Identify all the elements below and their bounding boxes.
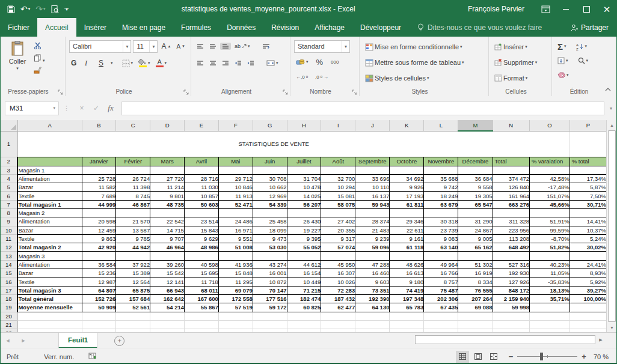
cell[interactable]: 8 334 xyxy=(458,278,493,286)
column-header-A[interactable]: A xyxy=(17,120,82,131)
column-header-L[interactable]: L xyxy=(424,120,458,131)
empty-cell[interactable] xyxy=(390,312,424,320)
cell[interactable]: 648 492 xyxy=(493,243,529,252)
borders-button[interactable]: ▾ xyxy=(120,59,135,68)
cell[interactable] xyxy=(287,252,321,260)
cell[interactable]: 9 801 xyxy=(150,192,185,200)
cell[interactable]: 31 704 xyxy=(287,174,321,183)
cell[interactable]: 29 712 xyxy=(218,174,253,183)
cell[interactable]: 16 154 xyxy=(287,269,321,278)
fill-color-button[interactable]: ▾ xyxy=(137,58,152,68)
align-center-button[interactable] xyxy=(207,59,218,67)
cell[interactable] xyxy=(218,208,253,217)
row-label[interactable]: Total magasin 2 xyxy=(17,243,82,252)
cell[interactable]: 65 875 xyxy=(116,286,150,294)
row-header-17[interactable]: 17 xyxy=(0,286,17,294)
underline-options-caret[interactable]: ▾ xyxy=(111,61,113,65)
empty-cell[interactable] xyxy=(529,312,569,320)
empty-cell[interactable] xyxy=(493,320,529,329)
cell[interactable] xyxy=(185,166,219,174)
menu-tab-données[interactable]: Données xyxy=(219,18,263,37)
cell[interactable]: 60 825 xyxy=(287,303,321,312)
cell[interactable]: 15 542 xyxy=(150,269,185,278)
cell[interactable]: 68 011 xyxy=(185,286,219,294)
print-preview-icon[interactable] xyxy=(51,5,59,13)
copy-icon[interactable]: ▾ xyxy=(34,54,45,63)
cell[interactable]: 63 140 xyxy=(424,243,458,252)
cell[interactable]: 9 395 xyxy=(287,234,321,243)
zoom-in-button[interactable]: + xyxy=(582,352,586,361)
table-header-cell[interactable]: Décembre xyxy=(458,157,493,166)
format-as-table-button[interactable]: Mettre sous forme de tableau▾ xyxy=(363,58,466,67)
cell[interactable]: 9 785 xyxy=(116,234,150,243)
cell[interactable]: 34 692 xyxy=(390,174,424,183)
insert-function-icon[interactable]: fx xyxy=(103,103,118,113)
cell[interactable]: 663 276 xyxy=(493,200,529,208)
cell[interactable] xyxy=(493,166,529,174)
empty-cell[interactable] xyxy=(150,320,185,329)
empty-cell[interactable] xyxy=(287,312,321,320)
decrease-decimal-button[interactable]: ,00→ xyxy=(313,74,330,80)
cell[interactable]: 46 964 xyxy=(150,243,185,252)
cell[interactable]: 23 514 xyxy=(185,217,219,226)
cell[interactable]: 56 207 xyxy=(287,200,321,208)
cell[interactable]: 192 930 xyxy=(493,269,529,278)
cell[interactable]: 8 745 xyxy=(116,192,150,200)
redo-button[interactable]: ↷▾ xyxy=(35,5,45,13)
cell[interactable] xyxy=(253,252,287,260)
fill-button[interactable]: ▾ xyxy=(556,56,570,65)
cell[interactable]: 57 519 xyxy=(218,303,253,312)
cell[interactable]: 67 435 xyxy=(424,303,458,312)
cell[interactable] xyxy=(458,252,493,260)
row-header-9[interactable]: 9 xyxy=(0,217,17,226)
empty-cell[interactable] xyxy=(116,312,150,320)
increase-indent-button[interactable] xyxy=(245,59,256,67)
font-size-select[interactable]: 11▾ xyxy=(133,40,158,53)
table-header-cell[interactable]: Septembre xyxy=(355,157,390,166)
cell[interactable]: 24 867 xyxy=(458,226,493,234)
zoom-slider[interactable] xyxy=(517,356,577,357)
cell[interactable]: 54 339 xyxy=(253,200,287,208)
cell[interactable]: 42,58% xyxy=(529,174,569,183)
cell[interactable]: 9 707 xyxy=(150,234,185,243)
empty-cell[interactable] xyxy=(424,320,458,329)
cell[interactable] xyxy=(529,252,569,260)
cell[interactable]: 44 612 xyxy=(287,260,321,268)
cell[interactable]: 11 214 xyxy=(150,183,185,192)
cell[interactable] xyxy=(529,303,569,312)
cell[interactable] xyxy=(185,252,219,260)
row-header-13[interactable]: 13 xyxy=(0,252,17,260)
menu-tab-accueil[interactable]: Accueil xyxy=(37,18,76,37)
empty-cell[interactable] xyxy=(424,312,458,320)
cell[interactable]: 36 684 xyxy=(458,174,493,183)
cell[interactable]: 39,27% xyxy=(569,286,606,294)
column-header-H[interactable]: H xyxy=(287,120,321,131)
cell[interactable]: 5,92% xyxy=(569,278,606,286)
row-label[interactable]: Alimentation xyxy=(17,217,82,226)
cell[interactable]: 42 920 xyxy=(82,243,116,252)
cell[interactable]: 19 305 xyxy=(458,192,493,200)
cell[interactable]: 52 561 xyxy=(116,303,150,312)
cell[interactable] xyxy=(321,166,355,174)
cell[interactable]: 11,05% xyxy=(529,269,569,278)
cell[interactable]: 9 551 xyxy=(218,234,253,243)
row-label[interactable]: Total magasin 1 xyxy=(17,200,82,208)
cell[interactable]: 45 950 xyxy=(321,260,355,268)
name-box-caret[interactable]: ▾ xyxy=(50,106,58,111)
cell[interactable]: 10,37% xyxy=(569,226,606,234)
cell[interactable]: 10 478 xyxy=(287,183,321,192)
sheet-title-cell[interactable]: STATISTIQUES DE VENTE xyxy=(17,131,529,157)
macro-record-icon[interactable] xyxy=(88,353,96,360)
cell[interactable]: 44 999 xyxy=(82,200,116,208)
cell[interactable]: 223 956 xyxy=(493,226,529,234)
sort-filter-button[interactable]: AZ▾ xyxy=(574,42,589,51)
cell[interactable]: 51,82% xyxy=(529,243,569,252)
cell[interactable]: 52 471 xyxy=(218,200,253,208)
cell[interactable]: 24 486 xyxy=(218,217,253,226)
cell[interactable]: 20 598 xyxy=(82,217,116,226)
row-header-15[interactable]: 15 xyxy=(0,269,17,278)
row-header-19[interactable]: 19 xyxy=(0,303,17,312)
vertical-scrollbar-thumb[interactable] xyxy=(608,130,616,322)
cell[interactable]: 9 629 xyxy=(185,234,219,243)
row-label[interactable]: Textile xyxy=(17,192,82,200)
